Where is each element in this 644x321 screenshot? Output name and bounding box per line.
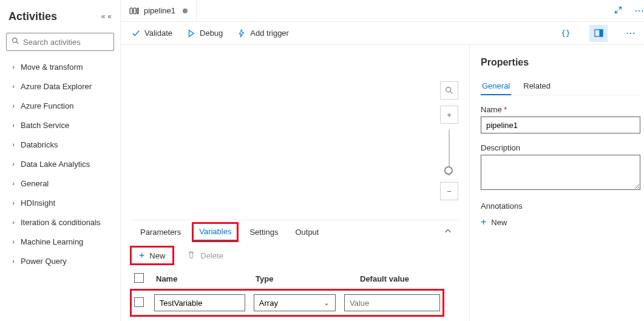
sidebar-item-machine-learning[interactable]: ›Machine Learning [6,232,114,251]
tab-variables[interactable]: Variables [193,223,237,241]
activities-search-input[interactable] [23,38,125,47]
zoom-out-button[interactable]: − [440,182,458,200]
zoom-slider-track[interactable] [449,130,450,176]
sidebar-item-azure-data-explorer[interactable]: ›Azure Data Explorer [6,76,114,96]
chevron-right-icon: › [8,180,18,187]
properties-panel: Properties General Related Name * Descri… [469,45,644,321]
svg-rect-3 [134,8,136,14]
tab-output[interactable]: Output [286,223,327,242]
collapse-double-chevron-icon[interactable]: « [101,12,106,21]
pipeline-icon [129,6,139,16]
pipeline-toolbar: Validate Debug Add trigger {} ⋯ [121,22,644,45]
pipeline-canvas[interactable]: + − [121,45,469,217]
tab-parameters[interactable]: Parameters [132,223,189,242]
select-all-checkbox[interactable] [134,273,144,283]
sidebar-item-hdinsight[interactable]: ›HDInsight [6,193,114,212]
column-type-header: Type [256,274,351,283]
variable-default-input[interactable] [344,294,440,311]
svg-rect-6 [599,30,603,36]
chevron-right-icon: › [8,218,18,226]
properties-toggle-icon[interactable] [589,25,608,42]
column-default-header: Default value [360,274,456,283]
tab-pipeline1[interactable]: pipeline1 [121,0,197,21]
search-icon [12,37,19,47]
pipeline-description-textarea[interactable] [481,155,640,190]
activities-title: Activities [8,10,101,23]
validate-button[interactable]: Validate [132,29,172,38]
new-variable-button[interactable]: + New [132,248,172,263]
description-field-label: Description [481,143,640,152]
row-checkbox[interactable] [134,297,144,307]
pipeline-name-input[interactable] [481,117,640,133]
panel-collapse-icon[interactable] [438,227,458,237]
zoom-in-button[interactable]: + [440,106,458,124]
svg-rect-4 [137,8,138,14]
chevron-right-icon: › [8,121,18,129]
expand-icon[interactable] [608,6,628,16]
sidebar-item-power-query[interactable]: ›Power Query [6,251,114,271]
sidebar-item-batch-service[interactable]: ›Batch Service [6,115,114,135]
sidebar-item-data-lake-analytics[interactable]: ›Data Lake Analytics [6,154,114,174]
column-name-header: Name [156,274,247,283]
zoom-fit-icon[interactable] [440,81,458,100]
sidebar-item-azure-function[interactable]: ›Azure Function [6,96,114,115]
unsaved-dot-icon [183,8,188,13]
variable-row: ⌄ [132,291,442,315]
properties-tab-general[interactable]: General [481,78,511,95]
chevron-right-icon: › [8,141,18,148]
chevron-right-icon: › [8,199,18,206]
add-annotation-button[interactable]: + New [481,217,507,228]
activities-search-box[interactable] [6,33,114,51]
variable-name-input[interactable] [154,294,245,311]
svg-point-0 [13,38,17,42]
tab-settings[interactable]: Settings [241,223,286,242]
chevron-right-icon: › [8,83,18,90]
svg-rect-2 [130,8,132,14]
svg-line-8 [450,92,453,94]
sidebar-item-general[interactable]: ›General [6,174,114,193]
tab-title: pipeline1 [144,6,175,15]
editor-tab-strip: pipeline1 ⋯ [121,0,644,22]
annotations-field-label: Annotations [481,201,640,211]
pipeline-bottom-panel: Parameters Variables Settings Output + N… [121,217,469,321]
plus-icon: + [481,217,486,228]
debug-button[interactable]: Debug [187,29,223,38]
name-field-label: Name * [481,105,640,114]
trash-icon [187,251,195,261]
plus-icon: + [139,250,144,261]
delete-variable-button: Delete [182,248,228,263]
checkmark-icon [132,29,140,38]
chevron-right-icon: › [8,160,18,167]
properties-tab-related[interactable]: Related [522,78,552,95]
chevron-right-icon: › [8,102,18,109]
activities-sidebar: Activities « « ›Move & transform ›Azure … [0,0,120,321]
sidebar-item-move-transform[interactable]: ›Move & transform [6,57,114,76]
more-icon[interactable]: ⋯ [628,5,644,16]
svg-line-1 [16,42,18,44]
chevron-right-icon: › [8,238,18,245]
chevron-right-icon: › [8,257,18,265]
zoom-slider-thumb[interactable] [444,166,453,175]
add-trigger-button[interactable]: Add trigger [237,29,289,38]
sidebar-item-iteration-conditionals[interactable]: ›Iteration & conditionals [6,212,114,232]
chevron-right-icon: › [8,63,18,70]
variable-type-select[interactable] [254,294,336,311]
sidebar-item-databricks[interactable]: ›Databricks [6,135,114,154]
toolbar-more-icon[interactable]: ⋯ [622,25,640,42]
properties-title: Properties [481,57,640,68]
svg-point-7 [446,87,451,92]
collapse-chevron-icon[interactable]: « [107,12,112,21]
play-icon [187,29,195,38]
trigger-icon [237,29,246,38]
code-view-icon[interactable]: {} [557,25,575,42]
